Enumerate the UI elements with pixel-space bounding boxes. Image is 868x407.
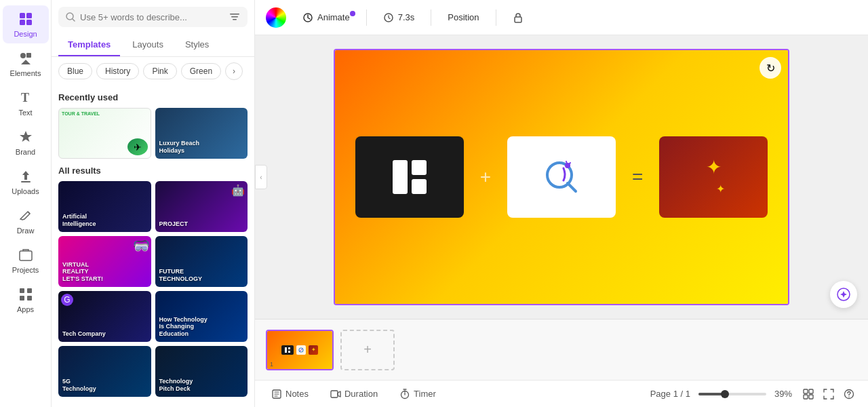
help-btn[interactable]	[841, 386, 857, 402]
sidebar-item-uploads[interactable]: Uploads	[3, 163, 49, 201]
timer-icon	[399, 389, 410, 400]
add-slide-button[interactable]: +	[340, 330, 395, 370]
filter-icon[interactable]	[229, 11, 241, 23]
canvas-background: + = ✦✦	[335, 50, 788, 304]
chip-blue[interactable]: Blue	[58, 63, 92, 79]
duration-button[interactable]: 7.3s	[375, 8, 423, 27]
svg-rect-2	[20, 20, 25, 25]
duration-bottom-button[interactable]: Duration	[325, 386, 383, 402]
svg-rect-0	[20, 13, 25, 18]
thumb-project-label: PROJECT	[159, 220, 189, 228]
slider-thumb[interactable]	[721, 390, 729, 398]
sidebar-item-elements[interactable]: Elements	[3, 45, 49, 83]
thumb-future-label: FUTURETECHNOLOGY	[159, 268, 203, 283]
bottom-right: Page 1 / 1 39%	[650, 386, 857, 402]
template-thumb-edtech[interactable]: How TechnologyIs ChangingEducation	[155, 291, 248, 342]
notes-icon	[271, 389, 282, 400]
template-thumb-ai[interactable]: ArtificialIntelligence	[58, 181, 151, 232]
slide-number: 1	[270, 361, 273, 368]
hide-panel-btn[interactable]: ‹	[255, 165, 267, 189]
svg-rect-16	[231, 16, 238, 18]
sidebar-item-text[interactable]: T Text	[3, 84, 49, 122]
chip-pink[interactable]: Pink	[143, 63, 176, 79]
sidebar-item-draw-label: Draw	[17, 227, 35, 235]
slider-track	[698, 393, 766, 395]
svg-rect-34	[804, 389, 808, 393]
timer-button[interactable]: Timer	[394, 386, 441, 402]
lock-button[interactable]	[505, 8, 532, 27]
canvas-area[interactable]: + = ✦✦	[255, 35, 868, 319]
animate-button[interactable]: Animate	[294, 8, 358, 27]
template-thumb-vr[interactable]: VIRTUALREALITYLET'S START! 🥽	[58, 236, 151, 287]
sidebar-item-text-label: Text	[18, 109, 32, 117]
chip-green[interactable]: Green	[181, 63, 221, 79]
page-indicator: Page 1 / 1	[650, 389, 690, 399]
ai-magic-icon	[836, 287, 851, 302]
canvas-card-red: ✦✦	[659, 136, 768, 218]
svg-rect-15	[230, 14, 239, 15]
template-thumb-travel[interactable]: TOUR & TRAVEL ✈	[58, 108, 151, 159]
tab-templates[interactable]: Templates	[58, 34, 120, 56]
sidebar-item-uploads-label: Uploads	[12, 187, 39, 195]
search-input[interactable]	[80, 12, 224, 22]
template-thumb-tech[interactable]: Tech Company G	[58, 291, 151, 342]
svg-marker-6	[21, 60, 31, 64]
animate-dot	[350, 11, 355, 16]
sidebar-item-brand-label: Brand	[16, 148, 35, 156]
template-thumb-5g[interactable]: 5GTechnology	[58, 346, 151, 397]
svg-rect-21	[393, 160, 408, 194]
sidebar-item-projects[interactable]: Projects	[3, 241, 49, 279]
toolbar-sep-3	[496, 9, 496, 26]
design-icon	[18, 11, 34, 27]
filmstrip: ✦ 1 +	[255, 319, 868, 380]
position-button[interactable]: Position	[439, 8, 487, 26]
svg-rect-27	[285, 347, 287, 353]
sidebar-item-brand[interactable]: Brand	[3, 123, 49, 161]
svg-rect-29	[288, 351, 290, 353]
sidebar-item-draw[interactable]: Draw	[3, 202, 49, 240]
thumb-luxury-label: Luxury BeachHolidays	[159, 140, 200, 155]
tab-layouts[interactable]: Layouts	[123, 34, 173, 56]
svg-rect-28	[288, 347, 290, 349]
svg-rect-1	[26, 13, 32, 18]
main-area: Animate 7.3s Position	[255, 0, 868, 407]
tab-styles[interactable]: Styles	[176, 34, 218, 56]
slide-thumb-1[interactable]: ✦ 1	[266, 330, 334, 370]
sidebar-item-apps[interactable]: Apps	[3, 281, 49, 319]
slide-thumb-bg: ✦	[267, 331, 332, 369]
tab-row: Templates Layouts Styles	[52, 34, 254, 57]
color-wheel[interactable]	[266, 7, 286, 28]
all-results-grid: ArtificialIntelligence PROJECT 🤖 VIRTUAL…	[58, 181, 248, 397]
svg-rect-32	[331, 391, 338, 398]
ai-magic-button[interactable]	[830, 281, 857, 308]
grid-view-btn[interactable]	[800, 386, 816, 402]
template-panel: Templates Layouts Styles Blue History Pi…	[52, 0, 255, 407]
thumb-vr-label: VIRTUALREALITYLET'S START!	[62, 261, 103, 283]
svg-rect-13	[27, 296, 32, 301]
template-thumb-pitch[interactable]: TechnologyPitch Deck	[155, 346, 248, 397]
toolbar-sep-2	[431, 9, 431, 26]
canvas-card-white	[507, 136, 616, 218]
projects-icon	[18, 247, 34, 263]
text-icon: T	[18, 90, 34, 106]
template-thumb-future[interactable]: FUTURETECHNOLOGY	[155, 236, 248, 287]
chip-history[interactable]: History	[96, 63, 139, 79]
fullscreen-btn[interactable]	[821, 386, 837, 402]
notes-button[interactable]: Notes	[266, 386, 314, 402]
sidebar-item-design[interactable]: Design	[3, 5, 49, 43]
template-thumb-luxury[interactable]: Luxury BeachHolidays	[155, 108, 248, 159]
chip-arrow[interactable]: ›	[225, 62, 243, 80]
template-thumb-project[interactable]: PROJECT 🤖	[155, 181, 248, 232]
clock-icon	[383, 12, 394, 23]
animate-icon	[302, 12, 313, 23]
zoom-slider[interactable]	[698, 393, 766, 395]
svg-rect-12	[20, 296, 24, 301]
refresh-button[interactable]: ↻	[760, 57, 781, 79]
svg-rect-11	[27, 288, 32, 293]
canvas-frame[interactable]: + = ✦✦	[334, 49, 789, 305]
search-icon	[65, 12, 76, 22]
view-icons	[800, 386, 857, 402]
svg-rect-3	[26, 20, 32, 25]
thumb-edtech-label: How TechnologyIs ChangingEducation	[159, 316, 208, 338]
svg-point-4	[20, 53, 26, 58]
